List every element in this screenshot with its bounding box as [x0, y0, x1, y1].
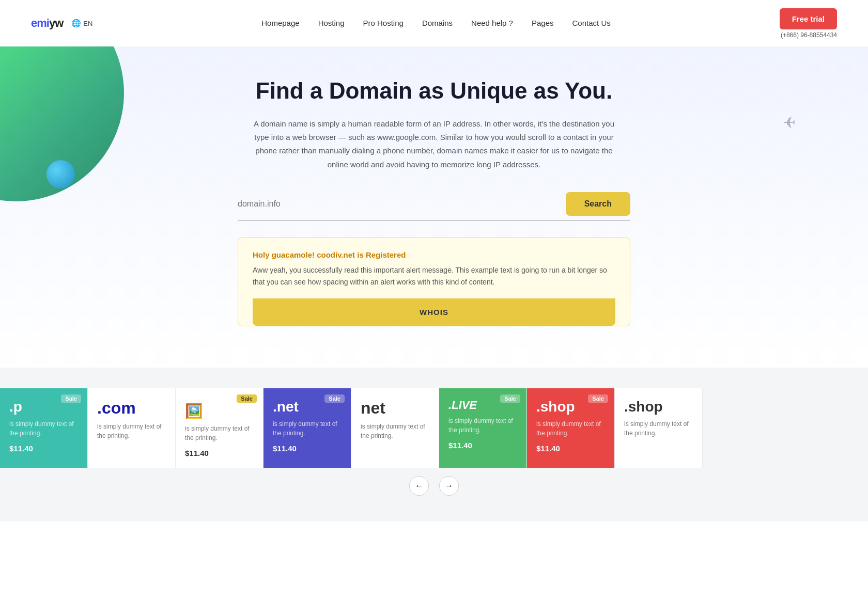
nav-homepage[interactable]: Homepage	[261, 19, 299, 27]
domain-card-com[interactable]: .com is simply dummy text of the printin…	[88, 388, 176, 468]
blue-dot-decoration	[47, 160, 75, 188]
alert-box: Holy guacamole! coodiv.net is Registered…	[238, 238, 630, 326]
domain-price: $11.40	[185, 449, 254, 457]
domain-desc: is simply dummy text of the printing.	[185, 424, 254, 442]
domain-ext: .com	[97, 399, 166, 418]
domain-desc: is simply dummy text of the printing.	[97, 422, 166, 440]
sale-badge: Sale	[588, 394, 608, 403]
hero-content: Find a Domain as Unique as You. A domain…	[227, 77, 641, 326]
nav-pages[interactable]: Pages	[532, 19, 554, 27]
carousel-prev-button[interactable]: ←	[409, 476, 429, 496]
domain-desc: is simply dummy text of the printing.	[9, 419, 78, 438]
whois-button[interactable]: WHOIS	[253, 298, 615, 326]
carousel-nav: ← →	[0, 468, 868, 511]
domain-ext: net	[361, 399, 429, 418]
domain-card-img[interactable]: Sale 🖼️ is simply dummy text of the prin…	[176, 388, 264, 468]
domain-card-net-white[interactable]: net is simply dummy text of the printing…	[351, 388, 439, 468]
navbar: emiyw 🌐 EN Homepage Hosting Pro Hosting …	[0, 0, 868, 46]
search-bar: Search	[238, 192, 630, 221]
sale-badge-yellow: Sale	[237, 394, 257, 403]
nav-domains[interactable]: Domains	[422, 19, 453, 27]
bird-icon: ✈	[783, 114, 796, 132]
nav-links: Homepage Hosting Pro Hosting Domains Nee…	[261, 19, 610, 28]
domain-price: $11.40	[9, 444, 78, 453]
nav-contact-us[interactable]: Contact Us	[572, 19, 611, 27]
domain-price: $11.40	[536, 444, 605, 453]
lang-label: EN	[83, 20, 92, 27]
sale-badge: Sale	[500, 394, 520, 403]
globe-icon: 🌐	[71, 19, 81, 28]
language-selector[interactable]: 🌐 EN	[71, 19, 92, 28]
domain-card-net-purple[interactable]: Sale .net is simply dummy text of the pr…	[264, 388, 351, 468]
domains-strip-wrapper: Sale .p is simply dummy text of the prin…	[0, 368, 868, 521]
domain-icon: 🖼️	[185, 403, 254, 420]
logo[interactable]: emiyw	[31, 17, 63, 30]
hero-section: ✈ Find a Domain as Unique as You. A doma…	[0, 46, 868, 368]
nav-hosting[interactable]: Hosting	[318, 19, 345, 27]
nav-left: emiyw 🌐 EN	[31, 17, 92, 30]
domain-desc: is simply dummy text of the printing.	[361, 422, 429, 440]
domain-price: $11.40	[273, 444, 342, 453]
domain-search-input[interactable]	[238, 192, 557, 216]
nav-right: Free trial (+866) 96-88554434	[780, 8, 837, 39]
carousel-next-button[interactable]: →	[439, 476, 459, 496]
alert-title: Holy guacamole! coodiv.net is Registered	[253, 250, 615, 259]
domain-price: $11.40	[448, 441, 517, 450]
domain-desc: is simply dummy text of the printing.	[273, 419, 342, 438]
sale-badge: Sale	[324, 394, 345, 403]
domain-ext: .shop	[624, 399, 693, 415]
domain-desc: is simply dummy text of the printing.	[536, 419, 605, 438]
phone-number: (+866) 96-88554434	[781, 31, 837, 39]
domain-card-shop[interactable]: Sale .shop is simply dummy text of the p…	[527, 388, 615, 468]
nav-pro-hosting[interactable]: Pro Hosting	[363, 19, 404, 27]
hero-description: A domain name is simply a human readable…	[248, 117, 620, 171]
free-trial-button[interactable]: Free trial	[780, 8, 837, 29]
sale-badge: Sale	[61, 394, 81, 403]
domain-card-live[interactable]: Sale .LIVE is simply dummy text of the p…	[439, 388, 527, 468]
domain-card-p[interactable]: Sale .p is simply dummy text of the prin…	[0, 388, 88, 468]
domains-strip: Sale .p is simply dummy text of the prin…	[0, 388, 868, 468]
domain-card-shop-2[interactable]: .shop is simply dummy text of the printi…	[615, 388, 703, 468]
nav-need-help[interactable]: Need help ?	[471, 19, 513, 27]
domain-desc: is simply dummy text of the printing.	[448, 416, 517, 435]
hero-title: Find a Domain as Unique as You.	[227, 77, 641, 105]
domain-desc: is simply dummy text of the printing.	[624, 419, 693, 438]
alert-body: Aww yeah, you successfully read this imp…	[253, 264, 615, 288]
search-button[interactable]: Search	[566, 192, 630, 216]
